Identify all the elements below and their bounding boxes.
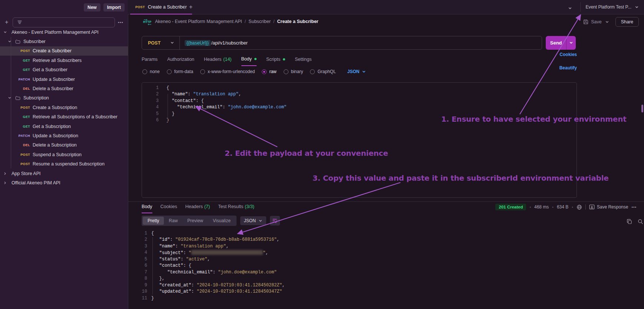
url-input[interactable]: /api/v1/subscriber	[211, 40, 248, 46]
search-icon[interactable]	[638, 219, 643, 226]
code-text: }	[151, 296, 154, 301]
send-options-chevron-icon[interactable]	[566, 36, 576, 50]
sidebar-item-resume-a-suspended-subscription[interactable]: POSTResume a suspended Subscription	[0, 159, 128, 168]
new-button[interactable]: New	[84, 3, 100, 11]
tab-settings[interactable]: Settings	[295, 56, 311, 66]
body-mode-form-data[interactable]: form-data	[167, 69, 193, 74]
tab-label: Test Results	[218, 204, 243, 210]
request-tab[interactable]: POST Create a Subcriber	[130, 0, 192, 14]
code-text: "created_at": "2024-10-02T10:03:41.12845…	[151, 283, 285, 288]
body-mode-label: raw	[269, 69, 276, 74]
new-tab-icon[interactable]: +	[189, 4, 192, 10]
item-label: Delete a Subscription	[33, 142, 77, 148]
body-mode-label: x-www-form-urlencoded	[208, 69, 255, 74]
sidebar-item-update-a-subscriber[interactable]: PATCHUpdate a Subscriber	[0, 75, 128, 84]
sidebar-item-suspend-a-subscription[interactable]: POSTSuspend a Subscription	[0, 150, 128, 159]
chevron-down-icon[interactable]	[3, 30, 7, 34]
body-mode-none[interactable]: none	[142, 69, 160, 74]
share-button[interactable]: Share	[615, 17, 639, 27]
body-mode-x-www-form-urlencoded[interactable]: x-www-form-urlencoded	[200, 69, 255, 74]
chevron-right-icon[interactable]	[3, 181, 7, 185]
tab-params[interactable]: Params	[142, 56, 158, 66]
sidebar-item-subscriber[interactable]: Subscriber	[0, 37, 128, 46]
response-language-select[interactable]: JSON	[240, 216, 266, 225]
view-preview[interactable]: Preview	[182, 217, 208, 225]
response-code[interactable]: 1{2 "id": "01924caf-78c8-76db-b8ab-6881a…	[142, 230, 624, 302]
view-visualize[interactable]: Visualize	[208, 217, 235, 225]
code-text: "id": "01924caf-78c8-76db-b8ab-6881a5953…	[151, 237, 280, 242]
copy-icon[interactable]	[627, 219, 632, 226]
sidebar-item-delete-a-subscriber[interactable]: DELDelete a Subscriber	[0, 84, 128, 93]
save-button[interactable]: Save	[583, 19, 602, 24]
sidebar-item-get-a-subscription[interactable]: GETGet a Subscription	[0, 122, 128, 131]
tab-headers[interactable]: Headers (14)	[204, 56, 231, 66]
send-button[interactable]: Send	[546, 36, 566, 50]
response-view-switcher: PrettyRawPreviewVisualize	[142, 216, 237, 226]
response-tab-cookies[interactable]: Cookies	[161, 204, 177, 213]
tab-body[interactable]: Body	[241, 56, 257, 66]
sidebar-item-create-a-subscription[interactable]: POSTCreate a Subscription	[0, 103, 128, 112]
search-input[interactable]	[13, 17, 115, 27]
tabs-overflow-chevron-icon[interactable]	[568, 5, 572, 12]
wrap-text-button[interactable]	[270, 216, 280, 226]
code-line: 2 "id": "01924caf-78c8-76db-b8ab-6881a59…	[142, 237, 624, 243]
view-raw[interactable]: Raw	[164, 217, 182, 225]
sidebar-item-create-a-subcriber[interactable]: POSTCreate a Subcriber	[0, 46, 128, 56]
sidebar-item-retrieve-all-subscriptions-of-a-subscriber[interactable]: GETRetrieve all Subscriptions of a Subsc…	[0, 112, 128, 122]
chevron-right-icon[interactable]	[3, 172, 7, 175]
sidebar-item-app-store-api[interactable]: App Store API	[0, 169, 128, 178]
cookies-link[interactable]: Cookies	[559, 52, 577, 57]
breadcrumb-row: HTTP Akeneo - Event Platform Management …	[128, 14, 644, 29]
url-variable-chip[interactable]: {{baseUrl}}	[185, 40, 211, 46]
sidebar-item-update-a-subscription[interactable]: PATCHUpdate a Subscription	[0, 131, 128, 140]
tab-scripts[interactable]: Scripts	[266, 56, 285, 66]
response-tab-headers[interactable]: Headers (7)	[185, 204, 210, 213]
radio-icon	[200, 69, 205, 74]
language-select[interactable]: JSON	[347, 69, 366, 74]
tab-divider	[185, 4, 185, 10]
body-mode-binary[interactable]: binary	[284, 69, 303, 74]
code-text: "subject": "",	[151, 250, 268, 256]
tab-label: Scripts	[266, 57, 280, 62]
breadcrumb-collection[interactable]: Akeneo - Event Platform Management API	[155, 19, 242, 24]
response-tabs: BodyCookiesHeaders (7)Test Results (3/3)	[142, 204, 254, 213]
body-mode-graphql[interactable]: GraphQL	[310, 69, 336, 74]
method-select-value[interactable]: POST	[148, 40, 161, 46]
folder-icon	[15, 96, 20, 100]
code-text: "name": "translation app",	[151, 244, 229, 249]
breadcrumb-folder[interactable]: Subscriber	[248, 19, 271, 24]
line-number: 3	[142, 244, 147, 249]
annotation-subscriber-id: 3. Copy this value and paste it in the s…	[313, 174, 609, 183]
response-tab-test-results[interactable]: Test Results (3/3)	[218, 204, 254, 213]
method-label: POST	[17, 162, 30, 166]
sidebar-item-delete-a-subscription[interactable]: DELDelete a Subscription	[0, 141, 128, 150]
more-options-icon[interactable]: •••	[118, 20, 123, 24]
view-pretty[interactable]: Pretty	[143, 217, 164, 225]
method-label: GET	[17, 59, 30, 62]
add-icon[interactable]: +	[3, 19, 10, 26]
code-line: 5 "status": "active",	[142, 256, 624, 263]
body-mode-raw[interactable]: raw	[262, 69, 276, 74]
save-label: Save	[591, 19, 602, 24]
save-response-button[interactable]: Save Response	[589, 204, 628, 210]
tab-count: (7)	[204, 204, 210, 210]
method-label: GET	[17, 125, 30, 128]
environment-selector[interactable]: Event Platform Test P...	[585, 0, 639, 14]
import-button[interactable]: Import	[103, 3, 125, 11]
item-label: Subscription	[23, 95, 49, 101]
network-globe-icon[interactable]	[577, 204, 582, 210]
response-tab-body[interactable]: Body	[142, 204, 152, 213]
sidebar-item-retrieve-all-subscribers[interactable]: GETRetrieve all Subscribers	[0, 56, 128, 65]
beautify-link[interactable]: Beautify	[559, 65, 577, 70]
status-badge: 201 Created	[495, 204, 526, 210]
scrollbar-thumb[interactable]	[641, 105, 643, 112]
method-chevron-icon[interactable]	[170, 41, 174, 45]
sidebar-item-official-akeneo-pim-api[interactable]: Official Akeneo PIM API	[0, 178, 128, 187]
more-options-icon[interactable]: •••	[631, 205, 637, 209]
sidebar-item-subscription[interactable]: Subscription	[0, 93, 128, 103]
sidebar-item-akeneo-event-platform-management-api[interactable]: Akeneo - Event Platform Management API	[0, 27, 128, 37]
sidebar-item-get-a-subscriber[interactable]: GETGet a Subscriber	[0, 65, 128, 75]
tab-authorization[interactable]: Authorization	[167, 56, 194, 66]
response-meta: 201 Created • 468 ms • 634 B • Save Resp…	[495, 204, 637, 210]
save-options-chevron-icon[interactable]	[605, 20, 609, 24]
